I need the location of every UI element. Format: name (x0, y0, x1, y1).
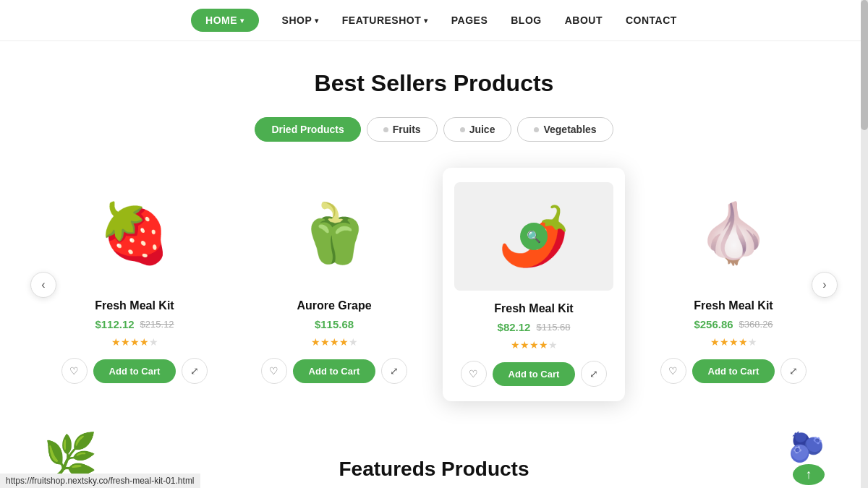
price-current-3: $82.12 (498, 321, 531, 333)
product-name-2: Aurore Grape (255, 299, 414, 312)
product-image-wrap-2: 🫑 (255, 179, 414, 288)
price-row-2: $115.68 (255, 318, 414, 330)
nav-item-contact[interactable]: CONTACT (626, 14, 677, 26)
wishlist-button-3[interactable]: ♡ (461, 361, 487, 387)
carousel-prev-button[interactable]: ‹ (30, 272, 56, 298)
berry-decoration: 🫐 (788, 430, 825, 464)
add-to-cart-button-3[interactable]: Add to Cart (493, 362, 576, 386)
product-image-2: 🫑 (298, 205, 370, 262)
price-old-3: $115.68 (536, 322, 570, 333)
dot-icon (460, 127, 465, 132)
filter-tab-label: Dried Products (271, 124, 344, 135)
product-name-3: Fresh Meal Kit (454, 302, 613, 315)
filter-tab-fruits[interactable]: Fruits (367, 117, 438, 142)
product-card-4: 🧄 Fresh Meal Kit $256.86 $368.26 ★★★★★ ♡… (642, 168, 825, 401)
scroll-to-top-button[interactable]: ↑ (793, 464, 825, 485)
search-overlay[interactable]: 🔍 (520, 223, 548, 250)
chevron-icon: ▾ (424, 17, 428, 25)
nav-item-blog[interactable]: BLOG (511, 14, 541, 26)
search-icon: 🔍 (527, 230, 541, 244)
product-image-wrap-4: 🧄 (654, 179, 813, 288)
wishlist-button-2[interactable]: ♡ (261, 358, 287, 384)
product-card-3: 🌶️ 🔍 Fresh Meal Kit $82.12 $115.68 ★★★★★… (443, 168, 625, 401)
url-bar: https://fruitshop.nextsky.co/fresh-meal-… (0, 474, 200, 488)
filter-tab-label: Fruits (393, 124, 421, 135)
product-image-wrap-1: 🍓 (55, 179, 214, 288)
carousel-next-button[interactable]: › (812, 272, 838, 298)
product-name-1: Fresh Meal Kit (55, 299, 214, 312)
filter-tab-juice[interactable]: Juice (443, 117, 512, 142)
price-current-2: $115.68 (315, 318, 354, 330)
product-card-2: 🫑 Aurore Grape $115.68 ★★★★★ ♡ Add to Ca… (243, 168, 425, 401)
product-card-1: 🍓 Fresh Meal Kit $112.12 $215.12 ★★★★★ ♡… (43, 168, 226, 401)
nav-item-home[interactable]: HOME ▾ (191, 9, 259, 32)
wishlist-button-1[interactable]: ♡ (61, 358, 88, 384)
price-old-4: $368.26 (739, 319, 773, 330)
dot-icon (534, 127, 539, 132)
expand-button-2[interactable]: ⤢ (381, 358, 407, 384)
price-current-1: $112.12 (95, 318, 134, 330)
dot-icon (383, 127, 388, 132)
product-image-wrap-3: 🌶️ 🔍 (454, 182, 613, 291)
price-row-1: $112.12 $215.12 (55, 318, 214, 330)
nav-item-about[interactable]: ABOUT (565, 14, 603, 26)
expand-button-4[interactable]: ⤢ (780, 358, 807, 384)
filter-tab-label: Vegetables (543, 124, 596, 135)
featured-title: Featureds Products (130, 458, 738, 488)
chevron-icon: ▾ (315, 17, 319, 25)
bottom-berry: 🫐 ↑ (738, 430, 825, 488)
price-current-4: $256.86 (694, 318, 733, 330)
stars-1: ★★★★★ (55, 336, 214, 348)
herb-decoration: 🌿 (43, 432, 98, 480)
product-name-4: Fresh Meal Kit (654, 299, 813, 312)
add-to-cart-button-1[interactable]: Add to Cart (93, 359, 176, 383)
navigation: HOME ▾ SHOP ▾ FEATURESHOT ▾ PAGES BLOG A… (0, 0, 868, 41)
stars-3: ★★★★★ (454, 339, 613, 351)
products-grid: 🍓 Fresh Meal Kit $112.12 $215.12 ★★★★★ ♡… (43, 168, 825, 401)
card-actions-3: ♡ Add to Cart ⤢ (454, 361, 613, 387)
price-row-4: $256.86 $368.26 (654, 318, 813, 330)
add-to-cart-button-2[interactable]: Add to Cart (293, 359, 376, 383)
card-actions-4: ♡ Add to Cart ⤢ (654, 358, 813, 384)
main-content: Best Sellers Products Dried Products Fru… (0, 41, 868, 416)
nav-item-pages[interactable]: PAGES (451, 14, 488, 26)
filter-tab-dried-products[interactable]: Dried Products (255, 117, 360, 142)
page-scrollbar[interactable] (861, 0, 868, 488)
price-row-3: $82.12 $115.68 (454, 321, 613, 333)
card-actions-2: ♡ Add to Cart ⤢ (255, 358, 414, 384)
section-title: Best Sellers Products (43, 70, 825, 97)
wishlist-button-4[interactable]: ♡ (660, 358, 686, 384)
stars-2: ★★★★★ (255, 336, 414, 348)
scrollbar-thumb[interactable] (861, 0, 868, 130)
product-image-1: 🍓 (98, 205, 171, 262)
filter-tab-label: Juice (469, 124, 495, 135)
card-actions-1: ♡ Add to Cart ⤢ (55, 358, 214, 384)
filter-tab-vegetables[interactable]: Vegetables (517, 117, 613, 142)
carousel-wrapper: ‹ › 🍓 Fresh Meal Kit $112.12 $215.12 ★★★… (43, 168, 825, 401)
nav-item-featureshot[interactable]: FEATURESHOT ▾ (342, 14, 428, 26)
product-image-4: 🧄 (697, 205, 770, 262)
expand-button-1[interactable]: ⤢ (182, 358, 208, 384)
nav-item-shop[interactable]: SHOP ▾ (282, 14, 319, 26)
add-to-cart-button-4[interactable]: Add to Cart (692, 359, 775, 383)
filter-tabs: Dried Products Fruits Juice Vegetables (43, 117, 825, 142)
stars-4: ★★★★★ (654, 336, 813, 348)
price-old-1: $215.12 (140, 319, 174, 330)
expand-button-3[interactable]: ⤢ (581, 361, 607, 387)
chevron-icon: ▾ (240, 17, 244, 25)
